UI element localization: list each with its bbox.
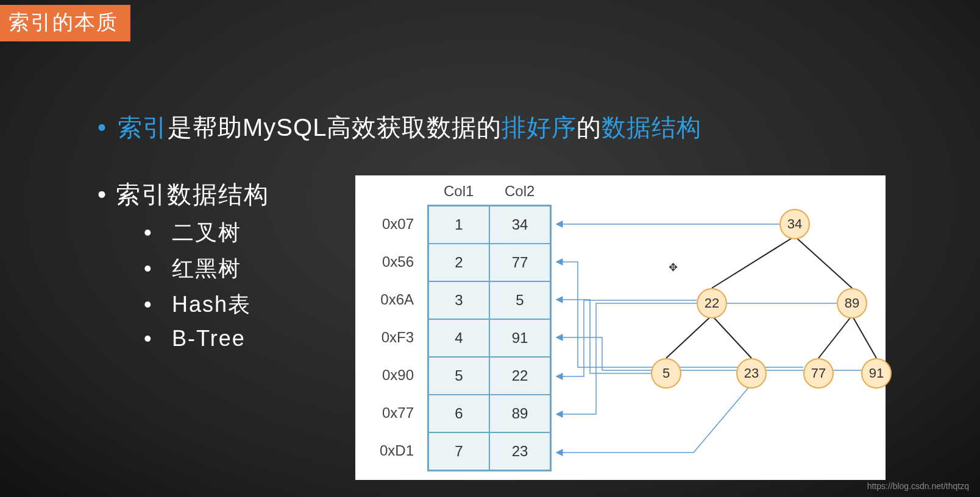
row-address: 0x07: [377, 216, 414, 233]
col2-header: Col2: [505, 183, 534, 200]
row-address: 0x77: [377, 404, 414, 421]
def-part-2: 是帮助MySQL高效获取数据的: [168, 114, 502, 141]
watermark: https://blog.csdn.net/thqtzq: [867, 481, 969, 491]
cell-col1: 7: [428, 432, 489, 470]
cell-col1: 6: [428, 395, 489, 432]
bullet-icon: •: [98, 181, 107, 208]
tree-node-ll: 5: [651, 358, 681, 389]
move-cursor-icon: ✥: [669, 261, 678, 274]
tree-node-right: 89: [837, 288, 867, 319]
list-item-label: 二叉树: [172, 220, 241, 245]
row-address: 0xD1: [377, 442, 414, 459]
definition-line: •索引是帮助MySQL高效获取数据的排好序的数据结构: [98, 111, 701, 144]
svg-line-0: [712, 236, 795, 288]
bullet-icon: •: [98, 114, 107, 141]
svg-line-5: [852, 315, 876, 358]
row-address: 0x6A: [377, 291, 414, 308]
svg-line-4: [818, 315, 852, 358]
def-part-4: 的: [577, 114, 602, 141]
tree-node-left: 22: [697, 288, 727, 319]
cell-col2: 5: [489, 281, 550, 319]
data-table: 134 277 35 491 522 689 723: [427, 205, 552, 471]
table-row: 522: [428, 357, 550, 395]
def-part-3: 排好序: [502, 114, 577, 141]
svg-line-1: [795, 236, 852, 288]
list-item-label: Hash表: [172, 292, 251, 317]
col1-header: Col1: [444, 183, 474, 200]
list-item: •红黑树: [144, 254, 251, 284]
cell-col2: 22: [489, 357, 550, 395]
cell-col1: 3: [428, 281, 489, 319]
bullet-icon: •: [144, 326, 172, 351]
bullet-icon: •: [144, 256, 172, 281]
svg-line-2: [666, 315, 712, 358]
data-structure-list: •二叉树 •红黑树 •Hash表 •B-Tree: [144, 212, 251, 358]
slide-title-badge: 索引的本质: [0, 5, 130, 41]
tree-node-root: 34: [779, 209, 810, 239]
list-item: •二叉树: [144, 218, 251, 248]
table-row: 277: [428, 244, 550, 281]
tree-node-rl: 77: [803, 358, 834, 389]
def-part-1: 索引: [118, 114, 168, 141]
row-address: 0x90: [377, 367, 414, 384]
table-row: 491: [428, 319, 550, 357]
cell-col1: 2: [428, 244, 489, 281]
index-diagram: Col1 Col2 0x07 0x56 0x6A 0xF3 0x90 0x77 …: [355, 175, 886, 480]
def-part-5: 数据结构: [602, 114, 701, 141]
table-row: 35: [428, 281, 550, 319]
list-item: •B-Tree: [144, 326, 251, 351]
tree-node-rr: 91: [861, 358, 892, 389]
table-row: 134: [428, 206, 550, 244]
cell-col2: 91: [489, 319, 550, 357]
subheading: •索引数据结构: [98, 178, 269, 211]
cell-col1: 1: [428, 206, 489, 244]
cell-col1: 4: [428, 319, 489, 357]
tree-node-lr: 23: [736, 358, 767, 389]
subheading-text: 索引数据结构: [116, 181, 269, 208]
bullet-icon: •: [144, 220, 172, 245]
cell-col1: 5: [428, 357, 489, 395]
list-item-label: B-Tree: [172, 326, 246, 351]
cell-col2: 23: [489, 432, 550, 470]
cell-col2: 89: [489, 395, 550, 432]
list-item: •Hash表: [144, 290, 251, 320]
cell-col2: 77: [489, 244, 550, 281]
table-row: 723: [428, 432, 550, 470]
row-address: 0xF3: [377, 329, 414, 346]
cell-col2: 34: [489, 206, 550, 244]
svg-line-3: [712, 315, 751, 358]
bullet-icon: •: [144, 292, 172, 317]
list-item-label: 红黑树: [172, 256, 241, 281]
table-row: 689: [428, 395, 550, 432]
row-address: 0x56: [377, 253, 414, 270]
